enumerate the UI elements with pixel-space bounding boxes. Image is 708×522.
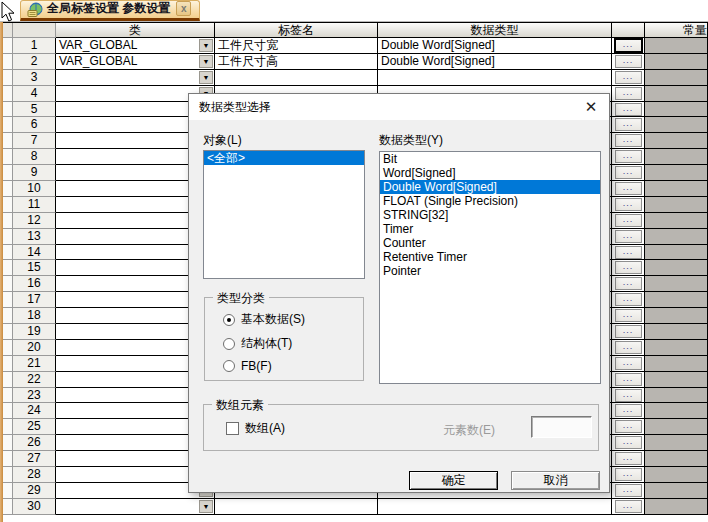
datatype-browse-button[interactable]: ... (615, 468, 642, 481)
row-selector[interactable] (3, 419, 13, 435)
cancel-button[interactable]: 取消 (511, 471, 600, 490)
datatype-list-item[interactable]: Counter (380, 236, 600, 250)
row-number[interactable]: 6 (13, 117, 56, 133)
datatype-browse-button[interactable]: ... (615, 134, 642, 147)
datatype-browse-button[interactable]: ... (615, 325, 642, 338)
datatype-listbox[interactable]: BitWord[Signed]Double Word[Signed]FLOAT … (379, 151, 601, 384)
row-number[interactable]: 21 (13, 356, 56, 372)
chevron-down-icon[interactable]: ▼ (199, 71, 213, 84)
row-selector[interactable] (3, 245, 13, 261)
row-number[interactable]: 26 (13, 435, 56, 451)
datatype-browse-button[interactable]: ... (615, 373, 642, 386)
column-header-class[interactable]: 类 (56, 23, 215, 38)
datatype-cell[interactable]: Double Word[Signed] (378, 54, 612, 70)
chevron-down-icon[interactable]: ▼ (199, 39, 213, 52)
row-number[interactable]: 3 (13, 70, 56, 86)
row-number[interactable]: 8 (13, 149, 56, 165)
datatype-list-item[interactable]: Word[Signed] (380, 166, 600, 180)
datatype-browse-button[interactable]: ... (615, 261, 642, 274)
datatype-browse-button[interactable]: ... (615, 341, 642, 354)
row-selector[interactable] (3, 197, 13, 213)
row-number[interactable]: 17 (13, 292, 56, 308)
chevron-down-icon[interactable]: ▼ (199, 500, 213, 513)
chevron-down-icon[interactable]: ▼ (199, 55, 213, 68)
row-selector[interactable] (3, 403, 13, 419)
row-number[interactable]: 19 (13, 324, 56, 340)
row-number[interactable]: 1 (13, 38, 56, 54)
row-number[interactable]: 22 (13, 372, 56, 388)
datatype-browse-button[interactable]: ... (615, 500, 642, 513)
row-selector[interactable] (3, 165, 13, 181)
row-selector[interactable] (3, 483, 13, 499)
array-checkbox-row[interactable]: 数组(A) (226, 420, 285, 437)
row-number[interactable]: 13 (13, 229, 56, 245)
row-number[interactable]: 18 (13, 308, 56, 324)
row-selector[interactable] (3, 292, 13, 308)
row-selector[interactable] (3, 38, 13, 54)
row-number[interactable]: 27 (13, 451, 56, 467)
row-number[interactable]: 16 (13, 276, 56, 292)
row-number[interactable]: 11 (13, 197, 56, 213)
row-selector[interactable] (3, 260, 13, 276)
row-number[interactable]: 23 (13, 388, 56, 404)
label-cell[interactable] (215, 499, 378, 515)
datatype-browse-button[interactable]: ... (615, 230, 642, 243)
datatype-browse-button[interactable]: ... (615, 150, 642, 163)
row-number[interactable]: 9 (13, 165, 56, 181)
row-selector[interactable] (3, 372, 13, 388)
row-number[interactable]: 14 (13, 245, 56, 261)
row-number[interactable]: 10 (13, 181, 56, 197)
label-cell[interactable]: 工件尺寸高 (215, 54, 378, 70)
type-category-option[interactable]: 结构体(T) (223, 335, 292, 352)
column-header-label[interactable]: 标签名 (215, 23, 378, 38)
row-number[interactable]: 25 (13, 419, 56, 435)
radio-button-icon[interactable] (223, 360, 235, 372)
datatype-cell[interactable] (378, 70, 612, 86)
element-count-input[interactable] (531, 416, 592, 438)
row-number[interactable]: 20 (13, 340, 56, 356)
array-checkbox[interactable] (226, 422, 239, 435)
datatype-browse-button[interactable]: ... (615, 71, 642, 84)
object-listbox[interactable]: <全部> (203, 150, 365, 279)
row-selector[interactable] (3, 499, 13, 515)
dialog-close-icon[interactable]: ✕ (579, 96, 603, 118)
datatype-browse-button[interactable]: ... (615, 404, 642, 417)
datatype-browse-button[interactable]: ... (615, 277, 642, 290)
row-selector[interactable] (3, 70, 13, 86)
type-category-option[interactable]: FB(F) (223, 359, 272, 373)
column-header-constant[interactable]: 常量 (645, 23, 708, 38)
class-cell[interactable]: VAR_GLOBAL▼ (56, 54, 215, 70)
datatype-cell[interactable] (378, 499, 612, 515)
object-list-item[interactable]: <全部> (204, 151, 364, 165)
datatype-list-item[interactable]: Double Word[Signed] (380, 180, 600, 194)
row-selector[interactable] (3, 117, 13, 133)
row-selector[interactable] (3, 467, 13, 483)
datatype-browse-button[interactable]: ... (615, 293, 642, 306)
datatype-browse-button[interactable]: ... (615, 214, 642, 227)
radio-button-icon[interactable] (223, 338, 235, 350)
row-selector[interactable] (3, 451, 13, 467)
datatype-list-item[interactable]: Pointer (380, 264, 600, 278)
datatype-browse-button[interactable]: ... (615, 118, 642, 131)
row-number[interactable]: 12 (13, 213, 56, 229)
row-selector[interactable] (3, 149, 13, 165)
datatype-browse-button[interactable]: ... (615, 87, 642, 100)
row-number[interactable]: 24 (13, 403, 56, 419)
datatype-browse-button[interactable]: ... (615, 389, 642, 402)
row-selector[interactable] (3, 276, 13, 292)
ok-button[interactable]: 确定 (409, 471, 498, 490)
class-cell[interactable]: ▼ (56, 70, 215, 86)
row-selector[interactable] (3, 388, 13, 404)
row-selector[interactable] (3, 324, 13, 340)
datatype-list-item[interactable]: STRING[32] (380, 208, 600, 222)
datatype-browse-button[interactable]: ... (615, 420, 642, 433)
datatype-browse-button[interactable]: ... (615, 436, 642, 449)
datatype-browse-button[interactable]: ... (615, 357, 642, 370)
datatype-browse-button[interactable]: ... (615, 309, 642, 322)
row-number[interactable]: 2 (13, 54, 56, 70)
datatype-browse-button[interactable]: ... (615, 484, 642, 497)
label-cell[interactable]: 工件尺寸宽 (215, 38, 378, 54)
label-cell[interactable] (215, 70, 378, 86)
row-number[interactable]: 15 (13, 260, 56, 276)
datatype-browse-button[interactable]: ... (615, 182, 642, 195)
